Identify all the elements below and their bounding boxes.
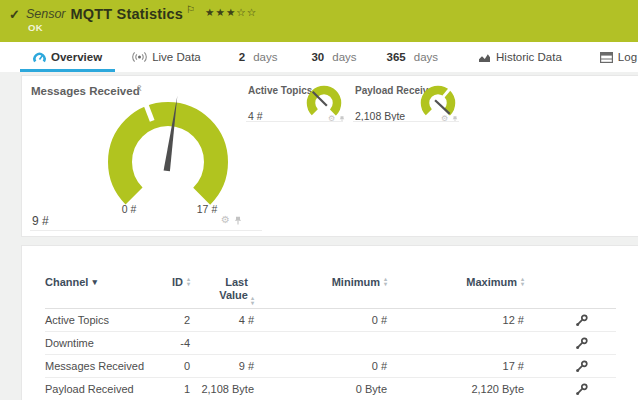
log-list-icon bbox=[600, 52, 613, 63]
star-icon[interactable]: ★ bbox=[226, 6, 236, 18]
star-icon[interactable]: ☆ bbox=[247, 6, 257, 18]
channel-id: 0 bbox=[145, 360, 190, 372]
sort-desc-icon: ▾ bbox=[92, 276, 97, 288]
gauge-title-active-topics: Active Topics bbox=[248, 85, 312, 96]
gauge-icon bbox=[33, 51, 46, 64]
tab-label-unit: days bbox=[253, 51, 277, 63]
sensor-status-badge: OK bbox=[28, 22, 638, 33]
star-icon[interactable]: ★ bbox=[215, 6, 225, 18]
channel-id: 2 bbox=[145, 314, 190, 326]
status-ok-check-icon: ✓ bbox=[9, 7, 20, 22]
live-signal-icon bbox=[132, 51, 147, 63]
table-row[interactable]: Downtime -4 bbox=[45, 332, 616, 355]
tab-label: Live Data bbox=[152, 51, 201, 63]
table-row[interactable]: Payload Received 1 2,108 Byte 0 Byte 2,1… bbox=[45, 378, 616, 400]
sort-toggle-icon: ▴▾ bbox=[384, 277, 387, 286]
channel-last-value: 4 # bbox=[190, 314, 254, 326]
priority-flag-icon[interactable]: ⚐ bbox=[186, 4, 195, 15]
column-header-maximum[interactable]: Maximum ▴▾ bbox=[387, 276, 524, 288]
page-title: MQTT Statistics bbox=[71, 6, 184, 22]
tab-label-unit: days bbox=[332, 51, 356, 63]
object-kind-label: Sensor bbox=[26, 7, 66, 21]
tab-label-number: 2 bbox=[239, 51, 245, 63]
sort-toggle-icon: ▴▾ bbox=[187, 277, 190, 286]
star-icon[interactable]: ★ bbox=[205, 6, 215, 18]
tab-label-number: 30 bbox=[311, 51, 324, 63]
prtg-sensor-page: ✓ Sensor MQTT Statistics ⚐ ★★★☆☆ OK Over… bbox=[0, 0, 638, 400]
gauge-max-label: 17 # bbox=[197, 203, 217, 215]
channel-maximum: 17 # bbox=[387, 360, 524, 372]
tab-label: Historic Data bbox=[496, 51, 562, 63]
channel-settings-button[interactable] bbox=[575, 314, 594, 327]
channel-minimum: 0 Byte bbox=[254, 383, 387, 395]
channel-name[interactable]: Active Topics bbox=[45, 314, 145, 326]
table-row[interactable]: Messages Received 0 9 # 0 # 17 # bbox=[45, 355, 616, 378]
gauge-min-label: 0 # bbox=[122, 203, 137, 215]
edit-channel-icon bbox=[575, 314, 588, 327]
pin-icon[interactable] bbox=[234, 216, 242, 225]
channel-id: 1 bbox=[145, 383, 190, 395]
channel-maximum: 2,120 Byte bbox=[387, 383, 524, 395]
tab-2-days[interactable]: 2days bbox=[226, 42, 291, 72]
tab-live-data[interactable]: Live Data bbox=[119, 42, 214, 72]
tab-label-number: 365 bbox=[387, 51, 406, 63]
column-header-id[interactable]: ID ▴▾ bbox=[145, 276, 190, 288]
channel-settings-button[interactable] bbox=[575, 337, 594, 350]
tab-30-days[interactable]: 30days bbox=[298, 42, 369, 72]
edit-channel-icon bbox=[575, 337, 588, 350]
column-header-channel[interactable]: Channel ▾ bbox=[45, 276, 145, 288]
tab-label: Log bbox=[618, 51, 637, 63]
channel-minimum: 0 # bbox=[254, 314, 387, 326]
tab-historic-data[interactable]: Historic Data bbox=[465, 42, 575, 72]
channels-table-panel: Channel ▾ ID ▴▾ Last Value ▴▾ Minimum ▴▾ bbox=[22, 246, 638, 400]
gauge-current-value: 9 # bbox=[32, 214, 49, 228]
star-icon[interactable]: ☆ bbox=[236, 6, 246, 18]
channel-minimum: 0 # bbox=[254, 360, 387, 372]
chart-icon bbox=[478, 52, 491, 63]
gear-icon[interactable]: ⚙ bbox=[221, 215, 230, 225]
channel-settings-button[interactable] bbox=[575, 360, 594, 373]
table-header-row: Channel ▾ ID ▴▾ Last Value ▴▾ Minimum ▴▾ bbox=[45, 246, 616, 309]
channel-maximum: 12 # bbox=[387, 314, 524, 326]
table-row[interactable]: Active Topics 2 4 # 0 # 12 # bbox=[45, 309, 616, 332]
sort-toggle-icon: ▴▾ bbox=[521, 277, 524, 286]
gauge-toolbar[interactable]: ⚙ bbox=[221, 215, 242, 225]
tab-label: Overview bbox=[51, 51, 102, 63]
gauges-panel: Messages Received x̄ 0 # 17 # 9 # ⚙ Acti… bbox=[22, 76, 638, 236]
sort-toggle-icon: ▴▾ bbox=[251, 296, 254, 305]
channel-name[interactable]: Messages Received bbox=[45, 360, 145, 372]
channel-id: -4 bbox=[145, 337, 190, 349]
sensor-status-header: ✓ Sensor MQTT Statistics ⚐ ★★★☆☆ OK bbox=[0, 0, 638, 42]
channel-last-value: 2,108 Byte bbox=[190, 383, 254, 395]
gauge-average-marker: x̄ bbox=[137, 83, 142, 93]
tab-label-unit: days bbox=[414, 51, 438, 63]
channel-name[interactable]: Payload Received bbox=[45, 383, 145, 395]
tab-overview[interactable]: Overview bbox=[20, 42, 115, 72]
channel-settings-button[interactable] bbox=[575, 383, 594, 396]
edit-channel-icon bbox=[575, 360, 588, 373]
edit-channel-icon bbox=[575, 383, 588, 396]
channel-name[interactable]: Downtime bbox=[45, 337, 145, 349]
column-header-minimum[interactable]: Minimum ▴▾ bbox=[254, 276, 387, 288]
divider bbox=[30, 230, 262, 231]
tab-log[interactable]: Log bbox=[587, 42, 638, 72]
tab-bar: Overview Live Data 2days 30days 365days … bbox=[0, 42, 638, 72]
tab-365-days[interactable]: 365days bbox=[374, 42, 451, 72]
divider bbox=[353, 121, 459, 122]
channel-last-value: 9 # bbox=[190, 360, 254, 372]
column-header-last-value[interactable]: Last Value ▴▾ bbox=[190, 276, 254, 304]
divider bbox=[246, 121, 343, 122]
priority-stars[interactable]: ★★★☆☆ bbox=[205, 6, 257, 18]
